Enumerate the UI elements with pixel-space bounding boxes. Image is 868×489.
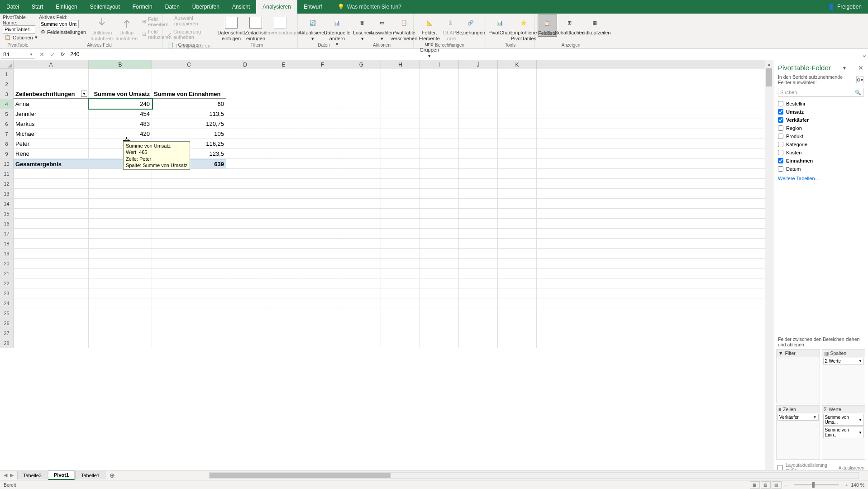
tab-formeln[interactable]: Formeln — [126, 0, 159, 14]
cell[interactable] — [89, 169, 152, 178]
cell[interactable] — [498, 278, 537, 288]
cell[interactable] — [459, 328, 498, 338]
cell[interactable] — [89, 79, 152, 89]
field-settings-button[interactable]: ⚙Feldeinstellungen — [39, 28, 88, 36]
cell[interactable] — [459, 79, 498, 89]
cell[interactable] — [226, 79, 264, 89]
cell[interactable] — [381, 308, 420, 318]
cell[interactable] — [498, 259, 537, 268]
field-checkbox[interactable] — [778, 142, 783, 147]
tab-datei[interactable]: Datei — [0, 0, 25, 14]
cell[interactable] — [264, 149, 303, 158]
cell[interactable] — [342, 298, 381, 308]
cell[interactable] — [381, 69, 420, 79]
tell-me-search[interactable]: 💡 Was möchten Sie tun? — [338, 4, 401, 10]
field-headers-button[interactable]: ▦Feldkopfzeilen — [582, 14, 607, 37]
cell[interactable] — [342, 179, 381, 188]
cell[interactable] — [498, 328, 537, 338]
cell[interactable] — [420, 149, 459, 158]
cell[interactable] — [420, 109, 459, 119]
cell[interactable] — [264, 259, 303, 268]
zoom-in-button[interactable]: + — [845, 482, 848, 488]
cell[interactable]: Gesamtergebnis — [14, 159, 89, 168]
cell[interactable] — [226, 308, 264, 318]
cell[interactable] — [420, 219, 459, 228]
cell[interactable] — [342, 268, 381, 278]
field-item[interactable]: Verkäufer — [778, 116, 863, 124]
cell[interactable] — [342, 129, 381, 139]
row-head[interactable]: 26 — [0, 318, 14, 328]
field-checkbox[interactable] — [778, 134, 783, 139]
cell[interactable] — [264, 159, 303, 168]
cell[interactable] — [226, 169, 264, 178]
cell[interactable]: 420 — [89, 129, 152, 139]
cell[interactable] — [342, 278, 381, 288]
cell[interactable]: Summe von Umsatz — [89, 89, 152, 99]
cell[interactable]: 454 — [89, 109, 152, 119]
row-head[interactable]: 10 — [0, 159, 14, 168]
cell[interactable] — [14, 239, 89, 248]
cell[interactable] — [14, 69, 89, 79]
cell[interactable] — [226, 119, 264, 129]
cell[interactable] — [420, 119, 459, 129]
cell[interactable] — [89, 268, 152, 278]
col-head-e[interactable]: E — [264, 60, 303, 69]
cell[interactable] — [381, 129, 420, 139]
normal-view-button[interactable]: ▦ — [750, 481, 760, 489]
cell[interactable]: 113,5 — [152, 109, 226, 119]
cell[interactable] — [89, 249, 152, 258]
cell[interactable] — [152, 338, 226, 348]
row-head[interactable]: 7 — [0, 129, 14, 139]
relationships-button[interactable]: 🔗Beziehungen — [458, 14, 483, 58]
cell[interactable] — [226, 189, 264, 198]
cell[interactable] — [264, 328, 303, 338]
cell[interactable] — [14, 199, 89, 208]
sheet-tab[interactable]: Tabelle1 — [75, 471, 105, 479]
cell[interactable] — [342, 229, 381, 238]
pivot-name-input[interactable] — [3, 25, 35, 34]
row-head[interactable]: 1 — [0, 69, 14, 79]
cell[interactable] — [342, 308, 381, 318]
cell[interactable] — [498, 129, 537, 139]
cell[interactable] — [381, 209, 420, 218]
cell[interactable] — [381, 338, 420, 348]
cell[interactable] — [226, 278, 264, 288]
field-item[interactable]: Produkt — [778, 132, 863, 140]
cell[interactable] — [264, 179, 303, 188]
col-head-a[interactable]: A — [14, 60, 89, 69]
row-head[interactable]: 5 — [0, 109, 14, 119]
cell[interactable] — [89, 209, 152, 218]
cell[interactable] — [420, 199, 459, 208]
cell[interactable] — [14, 229, 89, 238]
cell[interactable] — [226, 338, 264, 348]
cell[interactable] — [226, 259, 264, 268]
cell[interactable] — [264, 209, 303, 218]
cell[interactable] — [264, 189, 303, 198]
cell[interactable] — [226, 109, 264, 119]
field-item[interactable]: Umsatz — [778, 108, 863, 116]
cell[interactable] — [459, 209, 498, 218]
field-item[interactable]: Region — [778, 124, 863, 132]
cell[interactable] — [14, 209, 89, 218]
share-button[interactable]: 👤 Freigeben — [821, 4, 868, 10]
cell[interactable] — [152, 189, 226, 198]
cell[interactable] — [14, 288, 89, 298]
cell[interactable] — [226, 288, 264, 298]
sheet-tab[interactable]: Tabelle3 — [17, 471, 48, 479]
cell[interactable] — [303, 338, 342, 348]
cell[interactable] — [152, 79, 226, 89]
field-item[interactable]: Bestellnr — [778, 100, 863, 108]
cell[interactable] — [381, 189, 420, 198]
cell[interactable] — [14, 219, 89, 228]
cell[interactable] — [381, 119, 420, 129]
fx-button[interactable]: fx — [58, 51, 67, 58]
recommended-pivot-button[interactable]: ⭐Empfohlene PivotTables — [511, 14, 536, 41]
cell[interactable] — [420, 69, 459, 79]
row-head[interactable]: 18 — [0, 239, 14, 248]
cell[interactable] — [342, 328, 381, 338]
cell[interactable] — [381, 249, 420, 258]
cell[interactable] — [14, 249, 89, 258]
cell[interactable] — [498, 189, 537, 198]
cell[interactable]: 105 — [152, 129, 226, 139]
cell[interactable] — [89, 179, 152, 188]
